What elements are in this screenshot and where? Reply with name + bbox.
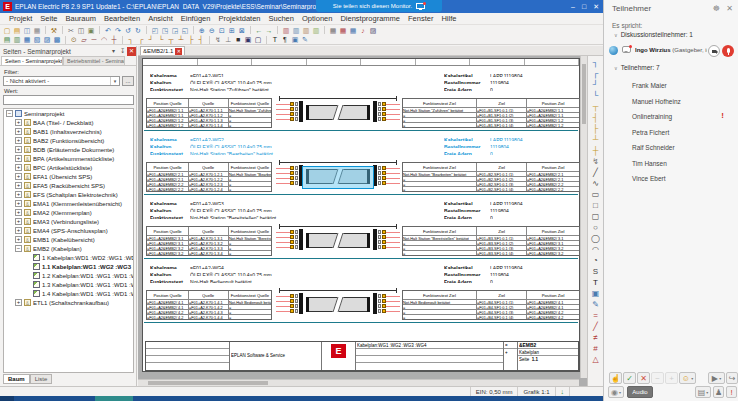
attendee-item[interactable]: Manuel Hofheinz [632,98,681,105]
screen-share-banner[interactable]: Sie teilen sich diesen Monitor. [316,0,442,12]
emoticon-button[interactable]: ☺ ▾ [679,372,696,384]
menu-einfügen[interactable]: Einfügen [177,14,215,23]
tree-item[interactable]: +&EMA3 (Verbindungsliste) [4,217,133,226]
expand-icon[interactable]: + [15,128,22,135]
page-back-icon[interactable]: ← [254,26,264,35]
cable-graphic[interactable] [276,224,400,256]
sector-icon[interactable]: ◔ [590,255,601,266]
tab-close-icon[interactable]: ✕ [175,48,182,55]
open-project-icon[interactable]: ▤ [12,26,22,35]
no-button[interactable]: ✕ [637,372,650,384]
close-button[interactable]: ✕ [593,0,599,13]
cable-graphic[interactable] [276,288,400,320]
windows-taskbar[interactable] [0,396,603,401]
graphic-tool-1-icon[interactable]: ▥ [281,26,291,35]
attendee-item[interactable]: Tim Hansen [632,160,667,167]
menu-ansicht[interactable]: Ansicht [144,14,177,23]
circle-icon[interactable]: ○ [590,222,601,233]
navigator-tab-seiten[interactable]: Seiten - Seminarprojekt [1,56,63,65]
graphic-tool-3-icon[interactable]: ▥ [301,26,311,35]
zoom-in-icon[interactable]: ⊕ [197,26,207,35]
spline-icon[interactable]: S [590,266,601,277]
graphic-tool-4-icon[interactable]: ▥ [311,26,321,35]
t-node-up-icon[interactable]: ┴ [176,35,186,44]
expand-icon[interactable]: + [15,119,22,126]
yes-button[interactable]: ✓ [623,372,636,384]
line-icon[interactable]: ╱ [590,167,601,178]
tree-item[interactable]: −&EMB2 (Kabelplan) [4,244,133,253]
tree-item[interactable]: +&EMA1 (Klemmenleistenübersicht) [4,199,133,208]
menu-seite[interactable]: Seite [36,14,61,23]
plc-box-icon[interactable]: ▣ [243,35,253,44]
attendees-group-header[interactable]: ∨Teilnehmer: 7 [614,64,660,71]
zoom-out-icon[interactable]: ⊖ [207,26,217,35]
webcam-settings-button[interactable]: ◉ ▾ [608,386,624,398]
angle-down-left-icon[interactable]: └ [590,90,601,101]
grid-snap-icon[interactable]: ▦ [338,26,348,35]
presenter-button[interactable]: ♟ [713,386,724,398]
dock-close-icon[interactable]: ✕ [127,47,136,56]
potential-definition-icon[interactable]: ⊥ [223,35,233,44]
image-icon[interactable]: ▣ [590,288,601,299]
cable-graphic[interactable] [276,96,400,128]
filter-combobox[interactable]: - Nicht aktiviert - ▾ [3,76,120,86]
expand-icon[interactable]: + [15,236,22,243]
graphic-tool-2-icon[interactable]: ▥ [291,26,301,35]
grid-toggle-icon[interactable]: ▦ [328,26,338,35]
attendee-item[interactable]: Ralf Schneider [632,144,675,151]
expand-icon[interactable]: + [15,218,22,225]
maximize-button[interactable]: □ [582,0,586,13]
insert-device-icon[interactable]: ▱ [79,35,89,44]
window-layout-3-icon[interactable]: ◲ [170,26,180,35]
terminal-navigator-icon[interactable]: ▧ [32,35,42,44]
attendee-item[interactable]: Onlinetraining [632,113,672,120]
announcement-button[interactable]: ▶ ▾ [708,372,725,384]
expand-icon[interactable]: + [15,146,22,153]
menu-bearbeiten[interactable]: Bearbeiten [100,14,144,23]
polyline-icon[interactable]: ∿ [590,178,601,189]
dimension-arrow-icon[interactable]: △ [590,354,601,365]
tree-item[interactable]: −Seminarprojekt [4,109,133,118]
horizontal-scrollbar[interactable] [138,379,579,386]
t-node-right-icon[interactable]: ├ [590,123,601,134]
scrollbar-thumb[interactable] [148,381,268,385]
discussion-group-header[interactable]: ∨Diskussionsteilnehmer: 1 [614,31,693,38]
alert-button[interactable]: ! [726,386,737,398]
attendee-item[interactable]: Petra Fichert [632,129,669,136]
vertical-scrollbar[interactable] [580,56,587,378]
expand-icon[interactable]: + [15,209,22,216]
tree-item[interactable]: 1 Kabelplan:WD1 :WD2 :WG1 :WD1 [4,253,133,262]
dock-pin-icon[interactable]: ↧ [118,47,127,56]
tree-item[interactable]: +&BAB2 (Funktionsübersicht) [4,136,133,145]
tree-item[interactable]: +&EMB1 (Kabelübersicht) [4,235,133,244]
menu-suchen[interactable]: Suchen [265,14,298,23]
expand-icon[interactable]: + [15,137,22,144]
expand-icon[interactable]: + [15,164,22,171]
print-icon[interactable]: ▦ [32,26,42,35]
connection-note-icon[interactable]: ♪ [358,26,368,35]
taskbar-app-button[interactable] [95,396,133,401]
schematic-page[interactable]: 12345678 Kabelname=F01+A2-WG1KabeltypÖLF… [142,58,580,372]
settings-wrench-icon[interactable]: ⚒ [49,26,59,35]
webcam-button[interactable] [708,45,720,57]
rounded-rectangle-icon[interactable]: ▢ [590,211,601,222]
insert-cable-definition-icon[interactable]: ─ [89,35,99,44]
tree-item[interactable]: 1.1 Kabelplan:WG1 :WG2 :WG3 :WG4 [4,262,133,271]
hyperlink-icon[interactable]: ✎ [590,299,601,310]
tree-item[interactable]: +&BPA (Artikelsummenstückliste) [4,154,133,163]
zoom-selection-icon[interactable]: ⊠ [237,26,247,35]
cable-graphic[interactable] [276,160,400,192]
page-navigator-icon[interactable]: ▤ [2,35,12,44]
insert-shield-icon[interactable]: ◠ [99,35,109,44]
zoom-page-icon[interactable]: ⊞ [227,26,237,35]
break-point-icon[interactable]: ↯ [590,156,601,167]
angle-down-right-icon[interactable]: ┐ [126,35,136,44]
paste-icon[interactable]: ▣ [86,26,96,35]
tree-item[interactable]: 1.4 Kabelplan:WD1 :WG1 :WD1 :WG1 [4,289,133,298]
tree-item[interactable]: +&BPC (Artikelstückliste) [4,163,133,172]
menu-optionen[interactable]: Optionen [298,14,336,23]
menu-bauraum[interactable]: Bauraum [61,14,99,23]
t-node-right-icon[interactable]: ├ [186,35,196,44]
expand-icon[interactable]: + [15,182,22,189]
collapse-icon[interactable]: − [15,245,22,252]
